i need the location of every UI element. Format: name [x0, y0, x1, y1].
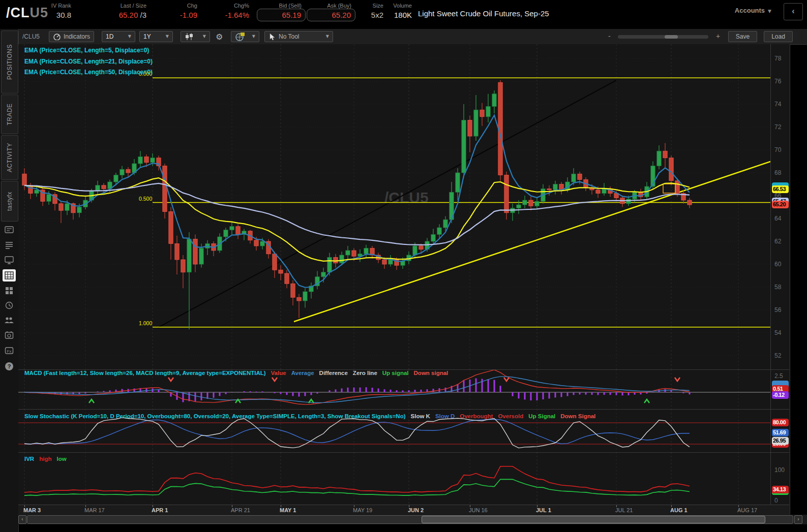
- date-label: MAY 1: [280, 507, 308, 513]
- price-tick: 54: [774, 329, 790, 337]
- ask-button[interactable]: 65.20: [307, 9, 355, 21]
- field-chg: Chg -1.09: [168, 0, 197, 29]
- field-size: Size 5x2: [362, 0, 383, 29]
- date-label: APR 1: [152, 507, 180, 513]
- cursor-icon: [268, 33, 276, 41]
- gauge-icon: [53, 33, 61, 40]
- ema50-label[interactable]: EMA (Price=CLOSE, Length=50, Displace=0): [24, 67, 153, 78]
- ivr-low-line: [24, 479, 690, 495]
- date-label: MAR 17: [84, 507, 113, 513]
- chart-type-dropdown[interactable]: ▼: [181, 31, 210, 42]
- scroll-left-arrow[interactable]: ‹: [18, 515, 26, 524]
- calendar-clock-icon[interactable]: [3, 329, 16, 341]
- study-axis-tick: 0: [774, 496, 790, 505]
- tab-tastyfx[interactable]: tastyfx: [1, 181, 18, 222]
- study-axis-tick: 2.5: [774, 372, 790, 380]
- zoom-in-button[interactable]: +: [716, 32, 720, 40]
- date-label: JUL 1: [536, 507, 564, 513]
- tab-activity[interactable]: ACTIVITY: [1, 135, 18, 180]
- zoom-out-button[interactable]: -: [608, 32, 611, 40]
- chart-scrollbar: ‹ ›: [18, 515, 807, 524]
- legend-item: Slow D: [435, 413, 455, 419]
- bid-button[interactable]: 65.19: [257, 9, 306, 21]
- scrollbar-handle[interactable]: [422, 516, 765, 523]
- tab-positions[interactable]: POSITIONS: [1, 30, 18, 93]
- tool-dropdown[interactable]: No Tool▼: [264, 31, 333, 42]
- left-sidebar: POSITIONS TRADE ACTIVITY tastyfx Fx ?: [0, 29, 19, 532]
- platform-monitor-icon[interactable]: [3, 254, 16, 266]
- macd-study-label[interactable]: MACD (Fast length=12, Slow length=26, MA…: [24, 370, 458, 376]
- study-axis-tick: 100: [774, 466, 790, 474]
- stochastic-study-label[interactable]: Slow Stochastic (K Period=10, D Period=1…: [24, 413, 606, 419]
- price-tick: 68: [774, 169, 790, 177]
- ema-study-labels[interactable]: EMA (Price=CLOSE, Length=5, Displace=0) …: [24, 45, 153, 78]
- field-chg-pct: Chg% -1.64%: [211, 0, 249, 29]
- panel-divider: [18, 369, 789, 370]
- ema21-label[interactable]: EMA (Price=CLOSE, Length=21, Displace=0): [24, 56, 153, 68]
- candlestick-icon: [185, 33, 194, 41]
- timeframe-dropdown[interactable]: 1D▼: [102, 31, 135, 42]
- up-signal-arrow: [644, 399, 649, 403]
- legend-item: Down Signal: [560, 413, 595, 419]
- accounts-dropdown[interactable]: Accounts▼: [735, 7, 771, 14]
- apps-grid-icon[interactable]: [3, 285, 16, 297]
- field-iv-rank: IV Rank 30.8: [31, 0, 71, 29]
- value-tag: 34.13: [772, 486, 789, 495]
- scroll-right-arrow[interactable]: ›: [794, 515, 802, 524]
- range-dropdown[interactable]: 1Y▼: [139, 31, 173, 42]
- tab-trade[interactable]: TRADE: [1, 95, 18, 134]
- fib-label: 1.000: [139, 320, 152, 326]
- compare-icon: [235, 32, 245, 41]
- price-chart[interactable]: /CLU50.0000.5001.000: [18, 44, 770, 369]
- price-tick: 76: [774, 77, 790, 85]
- chart-tab-icon-active[interactable]: [3, 269, 16, 281]
- value-tag: 26.95: [772, 437, 789, 445]
- panel-divider: [18, 409, 789, 410]
- help-icon[interactable]: ?: [3, 360, 16, 372]
- down-signal-arrow: [168, 378, 173, 381]
- down-signal-arrow: [675, 378, 680, 381]
- social-people-icon[interactable]: [3, 314, 16, 326]
- date-label: AUG 17: [737, 507, 766, 513]
- ema50-line: [24, 183, 690, 245]
- history-clock-icon[interactable]: [3, 299, 16, 311]
- ema5-line: [24, 115, 690, 288]
- svg-text:?: ?: [8, 363, 11, 369]
- save-button[interactable]: Save: [728, 31, 757, 42]
- date-label: MAR 3: [23, 507, 52, 513]
- ivr-panel[interactable]: [18, 452, 770, 505]
- chevron-down-icon: ▼: [128, 31, 131, 42]
- value-tag: 80.00: [772, 419, 789, 426]
- zoom-slider[interactable]: [618, 35, 708, 39]
- price-tick: 78: [774, 54, 790, 62]
- fib-label: 0.500: [139, 196, 152, 202]
- legend-item: Difference: [319, 370, 348, 376]
- fx-box-icon[interactable]: Fx: [3, 345, 16, 357]
- watchlist-icon[interactable]: [3, 239, 16, 251]
- compare-dropdown[interactable]: ▼: [231, 31, 259, 42]
- value-tag: -0.12: [772, 391, 789, 399]
- field-ask: Ask (Buy) 65.20: [307, 0, 351, 29]
- ivr-high-line: [24, 466, 690, 492]
- date-label: MAY 19: [353, 507, 381, 513]
- price-tick: 56: [774, 306, 790, 314]
- legend-item: Up Signal: [528, 413, 555, 419]
- zoom-slider-handle[interactable]: [665, 35, 678, 39]
- price-tick: 58: [774, 283, 790, 291]
- legend-item: Zero line: [353, 370, 377, 376]
- macd-average-line: [24, 377, 690, 402]
- chart-settings-gear-icon[interactable]: ⚙: [216, 32, 223, 42]
- field-bid: Bid (Sell) 65.19: [257, 0, 302, 29]
- price-tick: 70: [774, 146, 790, 154]
- ivr-study-label[interactable]: IVRhighlow: [24, 456, 77, 462]
- price-axis: 78767472706866646260585654522.5802010006…: [770, 44, 790, 515]
- collapse-panel-button[interactable]: ‹: [784, 3, 803, 20]
- scrollbar-track[interactable]: [27, 515, 793, 524]
- field-last-size: Last / Size 65.20 /3: [97, 0, 146, 29]
- indicators-button[interactable]: Indicators: [49, 31, 94, 42]
- order-marker: [663, 184, 675, 193]
- ema5-label[interactable]: EMA (Price=CLOSE, Length=5, Displace=0): [24, 45, 153, 56]
- chart-watermark: /CLU5: [384, 189, 429, 206]
- load-button[interactable]: Load: [764, 31, 793, 42]
- quote-card-icon[interactable]: [3, 224, 16, 236]
